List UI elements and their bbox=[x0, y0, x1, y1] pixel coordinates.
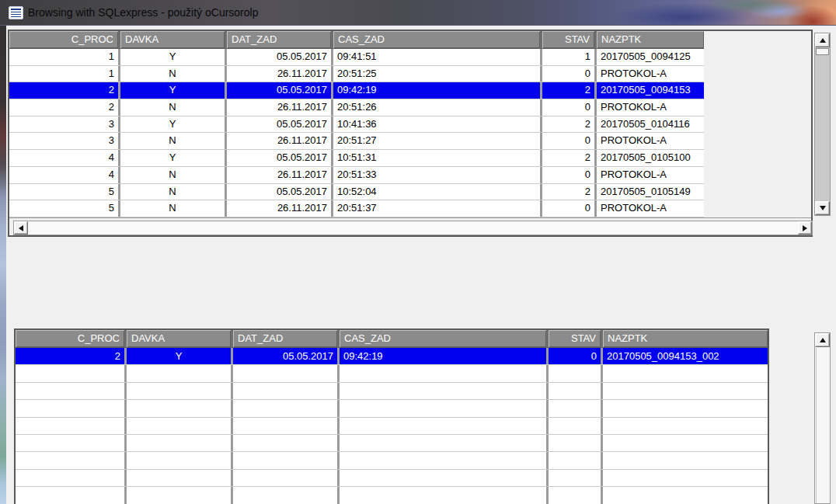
cell-dat_zad bbox=[233, 418, 337, 434]
table-row[interactable]: 4N26.11.201720:51:330PROTOKOL-A bbox=[9, 167, 704, 184]
column-header-stav[interactable]: STAV bbox=[542, 31, 594, 48]
table-row[interactable]: 1Y05.05.201709:41:51120170505_0094125 bbox=[9, 49, 704, 66]
cell-dat_zad bbox=[233, 470, 337, 486]
empty-row bbox=[16, 365, 768, 382]
v-scrollbar-bottom[interactable] bbox=[814, 332, 831, 504]
cell-cas_zad: 09:42:19 bbox=[340, 348, 546, 364]
table-row[interactable]: 5N05.05.201710:52:04220170505_0105149 bbox=[9, 184, 704, 201]
table-row[interactable]: 1N26.11.201720:51:250PROTOKOL-A bbox=[9, 66, 704, 83]
scroll-right-button[interactable] bbox=[798, 221, 812, 235]
cell-nazptk: 20170505_0105149 bbox=[597, 184, 704, 200]
cell-nazptk: PROTOKOL-A bbox=[597, 200, 704, 217]
cell-c_proc: 2 bbox=[16, 348, 124, 364]
scroll-down-button[interactable] bbox=[815, 201, 830, 215]
scroll-up-button[interactable] bbox=[815, 333, 830, 347]
empty-row bbox=[16, 400, 768, 417]
column-header-c_proc[interactable]: C_PROC bbox=[9, 31, 118, 48]
cell-cas_zad: 09:42:19 bbox=[333, 82, 540, 99]
cell-c_proc bbox=[16, 365, 124, 381]
grid-header-row: C_PROCDAVKADAT_ZADCAS_ZADSTAVNAZPTK bbox=[16, 330, 768, 348]
title-bar[interactable]: Browsing with SQLexpress - použitý oCurs… bbox=[0, 0, 836, 26]
cell-stav: 2 bbox=[542, 116, 594, 133]
cell-stav: 2 bbox=[542, 150, 594, 166]
cell-dat_zad bbox=[233, 435, 337, 451]
cell-dat_zad bbox=[233, 487, 337, 503]
cell-c_proc bbox=[16, 470, 124, 486]
column-header-davka[interactable]: DAVKA bbox=[127, 330, 231, 347]
cell-c_proc bbox=[16, 487, 124, 503]
cell-cas_zad: 10:41:36 bbox=[333, 116, 540, 133]
table-row[interactable]: 2Y05.05.201709:42:19020170505_0094153_00… bbox=[16, 348, 768, 365]
cell-c_proc: 4 bbox=[9, 167, 118, 183]
column-header-dat_zad[interactable]: DAT_ZAD bbox=[227, 31, 331, 48]
cell-cas_zad: 20:51:26 bbox=[333, 99, 540, 116]
cell-c_proc: 1 bbox=[9, 66, 118, 82]
cell-davka bbox=[127, 487, 231, 503]
table-row[interactable]: 2N26.11.201720:51:260PROTOKOL-A bbox=[9, 99, 704, 116]
table-row[interactable]: 3Y05.05.201710:41:36220170505_0104116 bbox=[9, 116, 704, 134]
arrow-up-icon bbox=[820, 38, 826, 43]
cell-stav bbox=[549, 435, 601, 451]
cell-c_proc: 5 bbox=[9, 184, 118, 200]
column-header-davka[interactable]: DAVKA bbox=[120, 31, 225, 48]
cell-nazptk bbox=[603, 400, 768, 416]
cell-cas_zad: 10:52:04 bbox=[333, 184, 540, 200]
scroll-left-button[interactable] bbox=[14, 221, 28, 235]
cell-cas_zad bbox=[340, 470, 546, 486]
cell-stav bbox=[549, 418, 601, 434]
cell-nazptk bbox=[603, 452, 768, 468]
cell-nazptk: 20170505_0104116 bbox=[597, 116, 704, 133]
column-header-stav[interactable]: STAV bbox=[549, 330, 601, 347]
cell-nazptk: 20170505_0094153_002 bbox=[603, 348, 768, 364]
v-scrollbar-top[interactable] bbox=[814, 33, 831, 216]
scroll-track[interactable] bbox=[816, 348, 829, 503]
cell-cas_zad bbox=[340, 400, 546, 416]
cell-cas_zad bbox=[340, 435, 546, 451]
cell-stav bbox=[549, 365, 601, 381]
cell-dat_zad: 26.11.2017 bbox=[227, 167, 331, 183]
cell-nazptk: 20170505_0094153 bbox=[597, 82, 704, 99]
cell-dat_zad bbox=[233, 400, 337, 416]
cell-dat_zad bbox=[233, 383, 337, 399]
cell-stav bbox=[549, 470, 601, 486]
cell-stav: 2 bbox=[542, 184, 594, 200]
cell-davka bbox=[127, 470, 231, 486]
empty-row bbox=[16, 487, 768, 504]
cell-davka bbox=[127, 400, 231, 416]
cell-dat_zad: 05.05.2017 bbox=[227, 150, 331, 166]
cell-nazptk: PROTOKOL-A bbox=[597, 99, 704, 116]
column-header-cas_zad[interactable]: CAS_ZAD bbox=[340, 330, 546, 347]
table-row[interactable]: 4Y05.05.201710:51:31220170505_0105100 bbox=[9, 150, 704, 167]
cell-dat_zad bbox=[233, 365, 337, 381]
app-window-icon[interactable] bbox=[9, 6, 23, 19]
table-row[interactable]: 5N26.11.201720:51:370PROTOKOL-A bbox=[9, 200, 704, 217]
table-row[interactable]: 2Y05.05.201709:42:19220170505_0094153 bbox=[9, 82, 704, 99]
cell-cas_zad bbox=[340, 418, 546, 434]
column-header-cas_zad[interactable]: CAS_ZAD bbox=[333, 31, 540, 48]
scroll-up-button[interactable] bbox=[815, 33, 830, 47]
cell-c_proc bbox=[16, 418, 124, 434]
cell-nazptk: PROTOKOL-A bbox=[597, 66, 704, 82]
app-window-icon-glyph bbox=[11, 9, 21, 17]
scroll-thumb[interactable] bbox=[816, 48, 829, 55]
cell-stav: 0 bbox=[542, 66, 594, 82]
column-header-c_proc[interactable]: C_PROC bbox=[16, 330, 124, 347]
cell-nazptk bbox=[603, 383, 768, 399]
table-row[interactable]: 3N26.11.201720:51:270PROTOKOL-A bbox=[9, 133, 704, 150]
cell-cas_zad: 10:51:31 bbox=[333, 150, 540, 166]
cell-davka: Y bbox=[127, 348, 231, 364]
cell-davka: N bbox=[120, 200, 225, 217]
cell-dat_zad: 05.05.2017 bbox=[233, 348, 337, 364]
cell-nazptk bbox=[603, 470, 768, 486]
column-header-nazptk[interactable]: NAZPTK bbox=[597, 31, 704, 48]
scroll-track[interactable] bbox=[29, 222, 797, 234]
bottom-grid: C_PROCDAVKADAT_ZADCAS_ZADSTAVNAZPTK2Y05.… bbox=[16, 330, 768, 504]
h-scrollbar-top[interactable] bbox=[13, 221, 813, 235]
column-header-dat_zad[interactable]: DAT_ZAD bbox=[233, 330, 337, 347]
cell-c_proc: 5 bbox=[9, 200, 118, 217]
arrow-left-icon bbox=[19, 225, 23, 231]
cell-dat_zad: 26.11.2017 bbox=[227, 66, 331, 82]
empty-row bbox=[16, 470, 768, 487]
cell-stav bbox=[549, 383, 601, 399]
column-header-nazptk[interactable]: NAZPTK bbox=[603, 330, 768, 347]
